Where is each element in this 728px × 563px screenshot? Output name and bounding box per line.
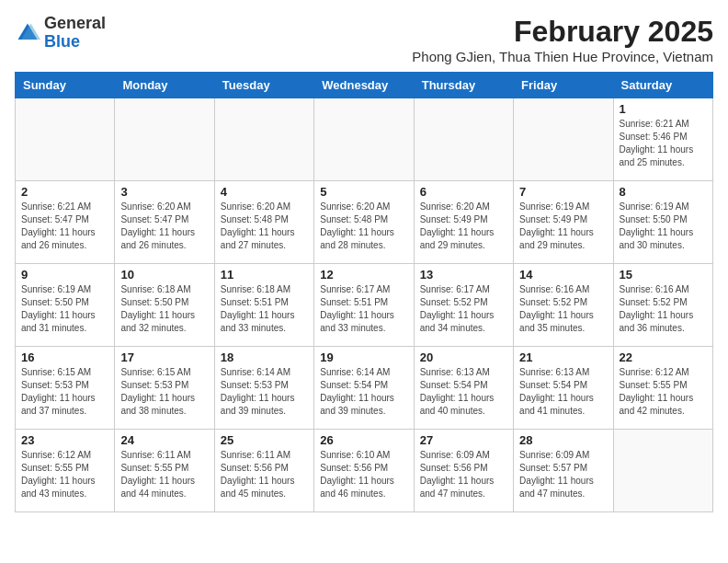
- day-number: 7: [519, 185, 607, 199]
- day-number: 15: [620, 268, 707, 282]
- day-number: 19: [320, 350, 407, 364]
- calendar-cell: [115, 98, 214, 181]
- day-number: 11: [221, 268, 308, 282]
- calendar-table: SundayMondayTuesdayWednesdayThursdayFrid…: [15, 72, 713, 512]
- day-info: Sunrise: 6:19 AM Sunset: 5:50 PM Dayligh…: [21, 283, 108, 335]
- day-info: Sunrise: 6:15 AM Sunset: 5:53 PM Dayligh…: [120, 366, 208, 418]
- week-row-4: 16Sunrise: 6:15 AM Sunset: 5:53 PM Dayli…: [16, 347, 713, 430]
- day-number: 9: [21, 268, 108, 282]
- calendar-cell: 13Sunrise: 6:17 AM Sunset: 5:52 PM Dayli…: [414, 264, 513, 347]
- calendar-cell: 7Sunrise: 6:19 AM Sunset: 5:49 PM Daylig…: [514, 181, 613, 264]
- day-info: Sunrise: 6:17 AM Sunset: 5:51 PM Dayligh…: [320, 283, 407, 335]
- day-info: Sunrise: 6:20 AM Sunset: 5:48 PM Dayligh…: [221, 201, 308, 252]
- day-number: 2: [21, 185, 108, 199]
- day-number: 4: [221, 185, 308, 199]
- day-info: Sunrise: 6:19 AM Sunset: 5:49 PM Dayligh…: [519, 201, 607, 252]
- calendar-cell: 21Sunrise: 6:13 AM Sunset: 5:54 PM Dayli…: [514, 347, 613, 430]
- calendar-cell: 20Sunrise: 6:13 AM Sunset: 5:54 PM Dayli…: [414, 347, 513, 430]
- calendar-cell: 6Sunrise: 6:20 AM Sunset: 5:49 PM Daylig…: [414, 181, 513, 264]
- calendar-subtitle: Phong GJien, Thua Thien Hue Province, Vi…: [412, 49, 713, 64]
- calendar-cell: 1Sunrise: 6:21 AM Sunset: 5:46 PM Daylig…: [613, 98, 712, 181]
- calendar-header-wednesday: Wednesday: [314, 73, 414, 98]
- day-info: Sunrise: 6:16 AM Sunset: 5:52 PM Dayligh…: [620, 283, 707, 335]
- day-info: Sunrise: 6:20 AM Sunset: 5:49 PM Dayligh…: [420, 201, 507, 252]
- calendar-cell: [613, 430, 712, 512]
- day-number: 24: [120, 433, 208, 447]
- day-info: Sunrise: 6:15 AM Sunset: 5:53 PM Dayligh…: [21, 366, 108, 418]
- day-info: Sunrise: 6:11 AM Sunset: 5:56 PM Dayligh…: [221, 449, 308, 500]
- day-info: Sunrise: 6:20 AM Sunset: 5:47 PM Dayligh…: [120, 201, 208, 252]
- title-block: February 2025 Phong GJien, Thua Thien Hu…: [412, 15, 713, 64]
- day-info: Sunrise: 6:17 AM Sunset: 5:52 PM Dayligh…: [420, 283, 507, 335]
- day-number: 26: [320, 433, 407, 447]
- day-number: 6: [420, 185, 507, 199]
- day-info: Sunrise: 6:19 AM Sunset: 5:50 PM Dayligh…: [620, 201, 707, 252]
- week-row-5: 23Sunrise: 6:12 AM Sunset: 5:55 PM Dayli…: [16, 430, 713, 512]
- day-number: 1: [620, 102, 707, 116]
- day-number: 13: [420, 268, 507, 282]
- calendar-header-tuesday: Tuesday: [214, 73, 313, 98]
- calendar-cell: 10Sunrise: 6:18 AM Sunset: 5:50 PM Dayli…: [115, 264, 214, 347]
- day-info: Sunrise: 6:18 AM Sunset: 5:51 PM Dayligh…: [221, 283, 308, 335]
- calendar-cell: 18Sunrise: 6:14 AM Sunset: 5:53 PM Dayli…: [214, 347, 313, 430]
- calendar-cell: 25Sunrise: 6:11 AM Sunset: 5:56 PM Dayli…: [214, 430, 313, 512]
- calendar-cell: 5Sunrise: 6:20 AM Sunset: 5:48 PM Daylig…: [314, 181, 414, 264]
- day-number: 14: [519, 268, 607, 282]
- calendar-cell: 22Sunrise: 6:12 AM Sunset: 5:55 PM Dayli…: [613, 347, 712, 430]
- day-info: Sunrise: 6:20 AM Sunset: 5:48 PM Dayligh…: [320, 201, 407, 252]
- calendar-cell: [414, 98, 513, 181]
- calendar-cell: 2Sunrise: 6:21 AM Sunset: 5:47 PM Daylig…: [16, 181, 115, 264]
- day-info: Sunrise: 6:14 AM Sunset: 5:54 PM Dayligh…: [320, 366, 407, 418]
- day-number: 23: [21, 433, 108, 447]
- calendar-cell: 27Sunrise: 6:09 AM Sunset: 5:56 PM Dayli…: [414, 430, 513, 512]
- header: General Blue February 2025 Phong GJien, …: [15, 15, 713, 64]
- calendar-cell: 19Sunrise: 6:14 AM Sunset: 5:54 PM Dayli…: [314, 347, 414, 430]
- logo: General Blue: [15, 15, 106, 52]
- day-number: 8: [620, 185, 707, 199]
- day-info: Sunrise: 6:09 AM Sunset: 5:56 PM Dayligh…: [420, 449, 507, 500]
- calendar-cell: 12Sunrise: 6:17 AM Sunset: 5:51 PM Dayli…: [314, 264, 414, 347]
- calendar-title: February 2025: [412, 15, 713, 49]
- logo-blue-text: Blue: [44, 32, 80, 51]
- calendar-header-thursday: Thursday: [414, 73, 513, 98]
- calendar-header-row: SundayMondayTuesdayWednesdayThursdayFrid…: [16, 73, 713, 98]
- week-row-2: 2Sunrise: 6:21 AM Sunset: 5:47 PM Daylig…: [16, 181, 713, 264]
- day-number: 27: [420, 433, 507, 447]
- day-info: Sunrise: 6:21 AM Sunset: 5:46 PM Dayligh…: [620, 118, 707, 169]
- day-number: 17: [120, 350, 208, 364]
- calendar-cell: 28Sunrise: 6:09 AM Sunset: 5:57 PM Dayli…: [514, 430, 613, 512]
- calendar-cell: 9Sunrise: 6:19 AM Sunset: 5:50 PM Daylig…: [16, 264, 115, 347]
- day-number: 12: [320, 268, 407, 282]
- calendar-cell: 26Sunrise: 6:10 AM Sunset: 5:56 PM Dayli…: [314, 430, 414, 512]
- day-number: 3: [120, 185, 208, 199]
- day-number: 22: [620, 350, 707, 364]
- calendar-cell: 16Sunrise: 6:15 AM Sunset: 5:53 PM Dayli…: [16, 347, 115, 430]
- day-info: Sunrise: 6:09 AM Sunset: 5:57 PM Dayligh…: [519, 449, 607, 500]
- calendar-header-saturday: Saturday: [613, 73, 712, 98]
- calendar-cell: [514, 98, 613, 181]
- day-info: Sunrise: 6:10 AM Sunset: 5:56 PM Dayligh…: [320, 449, 407, 500]
- day-number: 20: [420, 350, 507, 364]
- day-info: Sunrise: 6:21 AM Sunset: 5:47 PM Dayligh…: [21, 201, 108, 252]
- calendar-cell: 15Sunrise: 6:16 AM Sunset: 5:52 PM Dayli…: [613, 264, 712, 347]
- calendar-header-sunday: Sunday: [16, 73, 115, 98]
- day-number: 10: [120, 268, 208, 282]
- day-info: Sunrise: 6:18 AM Sunset: 5:50 PM Dayligh…: [120, 283, 208, 335]
- week-row-1: 1Sunrise: 6:21 AM Sunset: 5:46 PM Daylig…: [16, 98, 713, 181]
- calendar-cell: 14Sunrise: 6:16 AM Sunset: 5:52 PM Dayli…: [514, 264, 613, 347]
- logo-general-text: General: [44, 14, 106, 32]
- day-number: 18: [221, 350, 308, 364]
- calendar-cell: 17Sunrise: 6:15 AM Sunset: 5:53 PM Dayli…: [115, 347, 214, 430]
- day-info: Sunrise: 6:13 AM Sunset: 5:54 PM Dayligh…: [519, 366, 607, 418]
- calendar-cell: [314, 98, 414, 181]
- calendar-cell: 3Sunrise: 6:20 AM Sunset: 5:47 PM Daylig…: [115, 181, 214, 264]
- calendar-cell: [16, 98, 115, 181]
- day-number: 21: [519, 350, 607, 364]
- calendar-cell: 23Sunrise: 6:12 AM Sunset: 5:55 PM Dayli…: [16, 430, 115, 512]
- calendar-cell: [214, 98, 313, 181]
- calendar-cell: 24Sunrise: 6:11 AM Sunset: 5:55 PM Dayli…: [115, 430, 214, 512]
- day-info: Sunrise: 6:13 AM Sunset: 5:54 PM Dayligh…: [420, 366, 507, 418]
- day-info: Sunrise: 6:12 AM Sunset: 5:55 PM Dayligh…: [21, 449, 108, 500]
- calendar-cell: 11Sunrise: 6:18 AM Sunset: 5:51 PM Dayli…: [214, 264, 313, 347]
- day-number: 5: [320, 185, 407, 199]
